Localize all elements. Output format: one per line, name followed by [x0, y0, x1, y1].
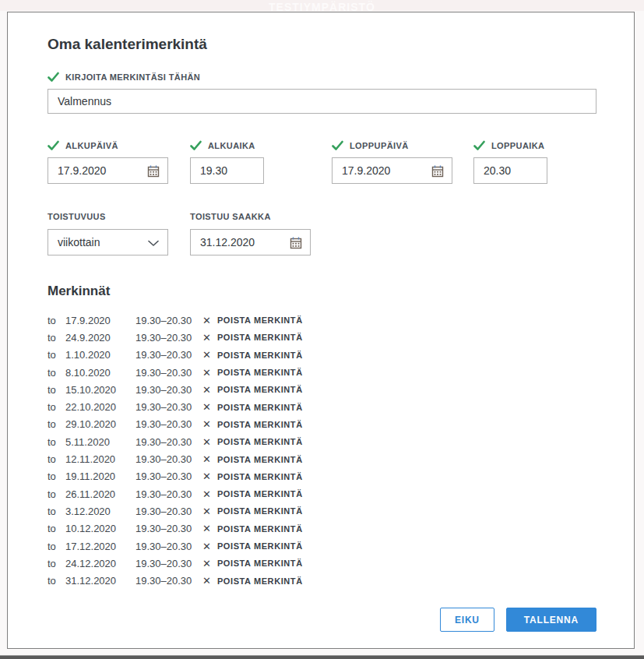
close-icon: ✕	[202, 350, 211, 360]
delete-entry-label: POISTA MERKINTÄ	[217, 576, 303, 586]
delete-entry-button[interactable]: ✕ POISTA MERKINTÄ	[202, 368, 596, 378]
valid-check-icon	[473, 140, 485, 150]
close-icon: ✕	[202, 437, 211, 447]
close-icon: ✕	[202, 559, 211, 569]
entry-row: to 12.11.2020 19.30–20.30 ✕ POISTA MERKI…	[48, 450, 596, 467]
valid-check-icon	[332, 140, 343, 150]
close-icon: ✕	[202, 454, 211, 464]
start-time-value: 19.30	[200, 164, 227, 177]
entry-row: to 5.11.2020 19.30–20.30 ✕ POISTA MERKIN…	[48, 433, 596, 450]
end-date-value: 17.9.2020	[342, 164, 390, 177]
close-icon: ✕	[202, 506, 211, 516]
entry-row: to 10.12.2020 19.30–20.30 ✕ POISTA MERKI…	[48, 520, 596, 537]
entry-row: to 15.10.2020 19.30–20.30 ✕ POISTA MERKI…	[48, 381, 596, 398]
delete-entry-label: POISTA MERKINTÄ	[217, 506, 303, 516]
entry-date: 17.9.2020	[65, 315, 135, 326]
entry-day: to	[48, 367, 65, 379]
entry-date: 17.12.2020	[65, 541, 135, 552]
entry-date: 29.10.2020	[65, 418, 135, 430]
delete-entry-button[interactable]: ✕ POISTA MERKINTÄ	[202, 506, 596, 516]
recurrence-select[interactable]: viikottain	[48, 229, 168, 255]
entry-row: to 24.12.2020 19.30–20.30 ✕ POISTA MERKI…	[48, 555, 596, 572]
repeat-until-input[interactable]: 31.12.2020	[190, 229, 311, 255]
delete-entry-button[interactable]: ✕ POISTA MERKINTÄ	[202, 402, 596, 412]
entry-time: 19.30–20.30	[135, 384, 202, 396]
save-button[interactable]: TALLENNA	[506, 608, 596, 632]
entry-date: 8.10.2020	[65, 367, 135, 379]
end-date-input[interactable]: 17.9.2020	[332, 157, 452, 184]
entry-date: 24.9.2020	[65, 332, 135, 344]
chevron-down-icon	[148, 240, 159, 247]
delete-entry-button[interactable]: ✕ POISTA MERKINTÄ	[202, 333, 596, 343]
entry-row: to 26.11.2020 19.30–20.30 ✕ POISTA MERKI…	[48, 485, 596, 502]
entry-day: to	[48, 436, 65, 448]
bottom-bar	[0, 655, 644, 659]
valid-check-icon	[48, 140, 59, 150]
delete-entry-button[interactable]: ✕ POISTA MERKINTÄ	[202, 489, 596, 499]
delete-entry-label: POISTA MERKINTÄ	[217, 541, 303, 551]
start-time-input[interactable]: 19.30	[190, 157, 264, 184]
start-time-label: ALKUAIKA	[208, 141, 255, 150]
entry-date: 15.10.2020	[65, 384, 135, 396]
entry-time: 19.30–20.30	[135, 367, 202, 379]
entry-name-label: KIRJOITA MERKINTÄSI TÄHÄN	[65, 72, 200, 82]
delete-entry-button[interactable]: ✕ POISTA MERKINTÄ	[202, 437, 596, 447]
delete-entry-button[interactable]: ✕ POISTA MERKINTÄ	[202, 541, 596, 552]
delete-entry-button[interactable]: ✕ POISTA MERKINTÄ	[202, 315, 596, 326]
entries-list: to 17.9.2020 19.30–20.30 ✕ POISTA MERKIN…	[48, 312, 596, 590]
delete-entry-button[interactable]: ✕ POISTA MERKINTÄ	[202, 523, 596, 534]
cancel-button[interactable]: EIKU	[440, 608, 494, 632]
entry-day: to	[48, 470, 65, 482]
entry-row: to 17.12.2020 19.30–20.30 ✕ POISTA MERKI…	[48, 537, 596, 555]
end-date-label: LOPPUPÄIVÄ	[350, 141, 409, 150]
entry-name-input[interactable]	[48, 89, 596, 114]
entry-time: 19.30–20.30	[135, 541, 202, 552]
close-icon: ✕	[202, 333, 211, 343]
delete-entry-button[interactable]: ✕ POISTA MERKINTÄ	[202, 471, 596, 481]
entry-day: to	[48, 349, 65, 361]
delete-entry-button[interactable]: ✕ POISTA MERKINTÄ	[202, 419, 596, 429]
entry-row: to 29.10.2020 19.30–20.30 ✕ POISTA MERKI…	[48, 416, 596, 433]
start-date-input[interactable]: 17.9.2020	[48, 157, 168, 184]
entry-time: 19.30–20.30	[135, 506, 202, 517]
delete-entry-label: POISTA MERKINTÄ	[217, 368, 303, 377]
entry-date: 1.10.2020	[65, 349, 135, 361]
delete-entry-button[interactable]: ✕ POISTA MERKINTÄ	[202, 559, 596, 569]
delete-entry-button[interactable]: ✕ POISTA MERKINTÄ	[202, 350, 596, 360]
delete-entry-button[interactable]: ✕ POISTA MERKINTÄ	[202, 454, 596, 464]
page-title: Oma kalenterimerkintä	[48, 36, 596, 53]
close-icon: ✕	[202, 368, 211, 378]
close-icon: ✕	[202, 576, 211, 586]
entry-day: to	[48, 523, 65, 534]
entry-day: to	[48, 575, 65, 587]
delete-entry-button[interactable]: ✕ POISTA MERKINTÄ	[202, 576, 596, 586]
entry-time: 19.30–20.30	[135, 575, 202, 587]
end-time-value: 20.30	[484, 164, 511, 177]
entry-time: 19.30–20.30	[135, 453, 202, 465]
entry-time: 19.30–20.30	[135, 332, 202, 344]
repeat-until-value: 31.12.2020	[200, 236, 255, 248]
entry-time: 19.30–20.30	[135, 558, 202, 569]
delete-entry-label: POISTA MERKINTÄ	[217, 489, 303, 499]
entry-time: 19.30–20.30	[135, 488, 202, 500]
delete-entry-label: POISTA MERKINTÄ	[217, 315, 303, 325]
entry-row: to 19.11.2020 19.30–20.30 ✕ POISTA MERKI…	[48, 468, 596, 485]
calendar-icon[interactable]	[431, 164, 445, 178]
entry-time: 19.30–20.30	[135, 315, 202, 326]
entry-time: 19.30–20.30	[135, 470, 202, 482]
end-time-input[interactable]: 20.30	[473, 157, 547, 184]
delete-entry-label: POISTA MERKINTÄ	[217, 333, 303, 342]
entry-date: 22.10.2020	[65, 401, 135, 413]
calendar-icon[interactable]	[289, 236, 303, 250]
environment-banner-label: TESTIYMPÄRISTÖ	[269, 1, 375, 11]
calendar-icon[interactable]	[146, 164, 160, 178]
entry-time: 19.30–20.30	[135, 436, 202, 448]
delete-entry-label: POISTA MERKINTÄ	[217, 437, 303, 446]
recurrence-value: viikottain	[58, 236, 100, 248]
delete-entry-button[interactable]: ✕ POISTA MERKINTÄ	[202, 385, 596, 395]
entry-time: 19.30–20.30	[135, 418, 202, 430]
entry-day: to	[48, 541, 65, 552]
repeat-until-label: TOISTUU SAAKKA	[190, 212, 271, 221]
entries-heading: Merkinnät	[48, 284, 596, 299]
entry-row: to 24.9.2020 19.30–20.30 ✕ POISTA MERKIN…	[48, 329, 596, 346]
